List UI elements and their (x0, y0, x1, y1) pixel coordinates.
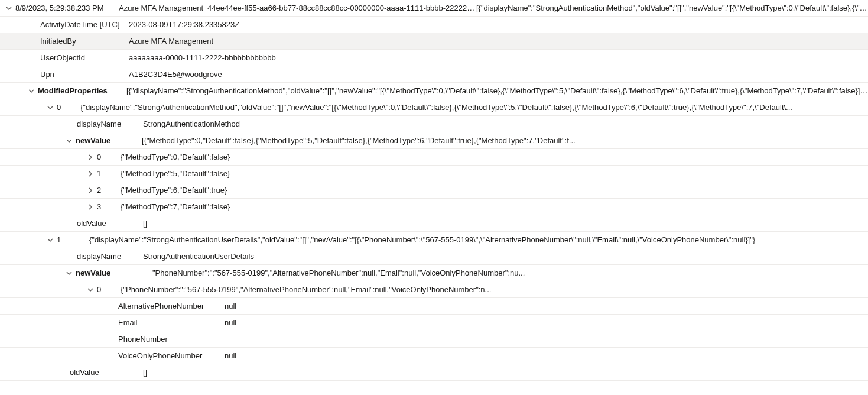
label: ActivityDateTime [UTC] (40, 20, 129, 29)
index: 1 (97, 169, 121, 178)
mp0-nv-item[interactable]: 1 {"MethodType":5,"Default":false} (0, 166, 868, 182)
label: ModifiedProperties (38, 86, 126, 95)
index: 0 (97, 153, 121, 161)
value: "PhoneNumber":":"567-555-0199","Alternat… (152, 268, 525, 277)
value: [{"displayName":"StrongAuthenticationMet… (126, 86, 868, 95)
summary: {"displayName":"StrongAuthenticationUser… (89, 235, 755, 244)
chevron-down-icon[interactable] (65, 137, 73, 145)
mp1-field-altphone: AlternativePhoneNumber null (0, 298, 868, 315)
value: [{"MethodType":0,"Default":false},{"Meth… (142, 136, 576, 145)
label: VoiceOnlyPhoneNumber (118, 351, 225, 360)
index: 0 (57, 103, 80, 112)
mp1-newvalue-row[interactable]: newValue "PhoneNumber":":"567-555-0199",… (0, 265, 868, 281)
label: newValue (76, 268, 152, 277)
mp1-field-email: Email null (0, 315, 868, 331)
detail-row-initiatedby: InitiatedBy Azure MFA Management (0, 33, 868, 50)
chevron-right-icon[interactable] (86, 186, 95, 195)
chevron-right-icon[interactable] (86, 203, 95, 211)
index: 3 (97, 202, 121, 211)
label: newValue (76, 136, 142, 145)
index: 2 (97, 186, 121, 195)
index: 1 (57, 235, 89, 244)
mp0-displayname-row: displayName StrongAuthenticationMethod (0, 116, 868, 132)
value: {"MethodType":6,"Default":true} (121, 186, 227, 195)
value: [] (143, 368, 147, 377)
header-timestamp: 8/9/2023, 5:29:38.233 PM (15, 4, 119, 12)
chevron-down-icon[interactable] (46, 236, 54, 244)
header-service: Azure MFA Management (119, 4, 207, 12)
chevron-right-icon[interactable] (86, 153, 95, 161)
value: A1B2C3D4E5@woodgrove (129, 70, 222, 79)
chevron-down-icon[interactable] (46, 103, 54, 112)
mp0-oldvalue-row: oldValue [] (0, 215, 868, 232)
chevron-down-icon[interactable] (27, 87, 35, 95)
value: Azure MFA Management (129, 37, 213, 46)
mp0-newvalue-row[interactable]: newValue [{"MethodType":0,"Default":fals… (0, 132, 868, 149)
header-correlation-id: 44ee44ee-ff55-aa66-bb77-88cc88cc88cc-000… (207, 4, 476, 12)
mp0-nv-item[interactable]: 0 {"MethodType":0,"Default":false} (0, 149, 868, 166)
log-entry-header[interactable]: 8/9/2023, 5:29:38.233 PM Azure MFA Manag… (0, 0, 868, 17)
mp0-nv-item[interactable]: 3 {"MethodType":7,"Default":false} (0, 199, 868, 215)
value: [] (143, 219, 147, 228)
mp1-oldvalue-row: oldValue [] (0, 364, 868, 381)
value: aaaaaaaa-0000-1111-2222-bbbbbbbbbbbb (129, 53, 276, 62)
detail-row-activitydatetime: ActivityDateTime [UTC] 2023-08-09T17:29:… (0, 17, 868, 33)
label: PhoneNumber (118, 335, 225, 344)
chevron-right-icon[interactable] (86, 170, 95, 178)
chevron-down-icon[interactable] (65, 269, 73, 277)
value: 2023-08-09T17:29:38.2335823Z (129, 20, 239, 29)
label: Email (118, 318, 225, 327)
label: displayName (77, 252, 143, 261)
value: StrongAuthenticationUserDetails (143, 252, 254, 261)
value: {"MethodType":0,"Default":false} (121, 153, 230, 161)
value: StrongAuthenticationMethod (143, 119, 240, 128)
mp0-nv-item[interactable]: 2 {"MethodType":6,"Default":true} (0, 182, 868, 199)
value: null (225, 351, 236, 360)
header-summary-json: [{"displayName":"StrongAuthenticationMet… (476, 4, 868, 12)
detail-row-upn: Upn A1B2C3D4E5@woodgrove (0, 66, 868, 83)
value: null (225, 302, 236, 310)
value: {"MethodType":5,"Default":false} (121, 169, 230, 178)
mp1-nv0-row[interactable]: 0 {"PhoneNumber":":"567-555-0199","Alter… (0, 281, 868, 298)
label: oldValue (77, 219, 143, 228)
label: InitiatedBy (40, 37, 129, 46)
value: {"PhoneNumber":":"567-555-0199","Alterna… (121, 285, 491, 294)
summary: {"displayName":"StrongAuthenticationMeth… (80, 103, 792, 112)
label: Upn (40, 70, 129, 79)
label: UserObjectId (40, 53, 129, 62)
modified-properties-row[interactable]: ModifiedProperties [{"displayName":"Stro… (0, 83, 868, 99)
index: 0 (97, 285, 121, 294)
label: displayName (77, 119, 143, 128)
mp1-row[interactable]: 1 {"displayName":"StrongAuthenticationUs… (0, 232, 868, 248)
detail-row-userobjectid: UserObjectId aaaaaaaa-0000-1111-2222-bbb… (0, 50, 868, 66)
mp0-row[interactable]: 0 {"displayName":"StrongAuthenticationMe… (0, 99, 868, 116)
value: null (225, 318, 236, 327)
value: {"MethodType":7,"Default":false} (121, 202, 230, 211)
chevron-down-icon[interactable] (5, 4, 13, 12)
label: oldValue (70, 368, 143, 377)
mp1-displayname-row: displayName StrongAuthenticationUserDeta… (0, 248, 868, 265)
chevron-down-icon[interactable] (86, 286, 95, 294)
mp1-field-voice: VoiceOnlyPhoneNumber null (0, 348, 868, 364)
mp1-field-phone: PhoneNumber (0, 331, 868, 348)
label: AlternativePhoneNumber (118, 302, 225, 310)
